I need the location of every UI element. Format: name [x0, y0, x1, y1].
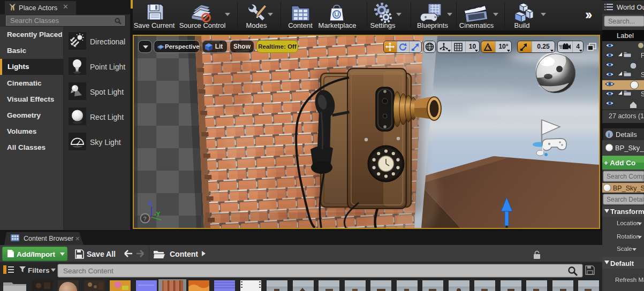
svg-text:i: i	[608, 132, 610, 138]
svg-text:Content: Content	[170, 250, 198, 258]
svg-text:S: S	[641, 90, 644, 98]
svg-text:BP_Sky_S: BP_Sky_S	[615, 144, 644, 152]
svg-text:Rotation: Rotation	[617, 233, 640, 240]
svg-text:Location: Location	[617, 220, 640, 226]
svg-text:Search Comp: Search Comp	[607, 173, 644, 180]
svg-text:-Y: -Y	[154, 211, 161, 217]
svg-text:Details: Details	[616, 131, 637, 139]
svg-text:✕: ✕	[75, 235, 80, 242]
svg-text:Z: Z	[148, 200, 152, 206]
svg-text:Search Content: Search Content	[63, 267, 113, 275]
svg-text:Add/Import: Add/Import	[17, 250, 55, 258]
svg-text:Save All: Save All	[87, 250, 116, 258]
svg-text:Search Detail: Search Detail	[607, 196, 644, 203]
svg-text:Filters: Filters	[28, 266, 50, 274]
svg-text:F: F	[641, 52, 644, 59]
svg-text:World Ou: World Ou	[617, 3, 644, 11]
svg-text:Content Browser: Content Browser	[24, 235, 73, 242]
svg-text:+ Add Co: + Add Co	[604, 159, 635, 167]
svg-text:Scale: Scale	[617, 246, 632, 252]
svg-text:Label: Label	[617, 32, 634, 40]
svg-text:BP_Sky_S: BP_Sky_S	[613, 185, 644, 192]
svg-text:Search...: Search...	[608, 18, 635, 25]
svg-text:S: S	[641, 71, 644, 79]
svg-text:?: ?	[143, 216, 147, 222]
svg-text:Transform: Transform	[610, 208, 644, 216]
svg-text:Refresh Mat: Refresh Mat	[615, 277, 644, 283]
svg-text:Default: Default	[610, 259, 634, 267]
svg-text:27 actors (1: 27 actors (1	[609, 112, 644, 120]
